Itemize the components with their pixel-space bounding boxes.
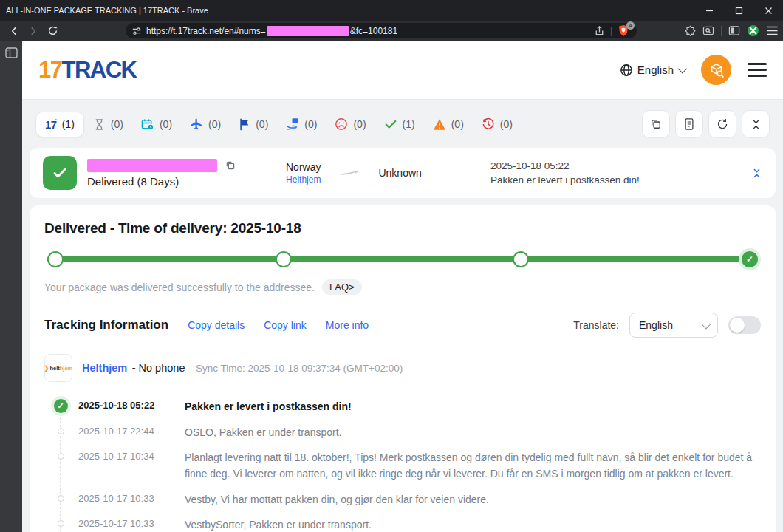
share-icon[interactable] (594, 25, 605, 36)
copy-details-link[interactable]: Copy details (188, 319, 245, 331)
site-menu-icon[interactable] (748, 63, 767, 77)
tab-in-transit[interactable]: (0) (181, 112, 230, 137)
timeline-event: ✓ 2025-10-18 05:22 Pakken er levert i po… (53, 394, 761, 420)
back-button[interactable] (4, 23, 24, 39)
browser-navbar: https://t.17track.net/en#nums=&fc=100181… (0, 21, 783, 41)
tab-delivery-failure[interactable]: (0) (326, 112, 375, 137)
sidebar-toggle-icon[interactable] (728, 25, 740, 36)
export-list-button[interactable] (675, 110, 703, 138)
timeline-event: 2025-10-17 10:34 Planlagt levering natt … (53, 445, 761, 486)
tab-delivered[interactable]: (1) (375, 112, 424, 137)
browser-side-strip (0, 41, 22, 532)
browser-menu-icon[interactable] (766, 25, 779, 36)
close-button[interactable] (753, 0, 783, 21)
collapse-card-icon[interactable] (751, 167, 762, 180)
chevron-down-icon (702, 319, 711, 329)
package-status-card[interactable]: Delivered (8 Days) Norway Helthjem Unkno… (30, 148, 776, 198)
route-arrow-icon (340, 169, 359, 177)
tab-out-for-delivery[interactable]: (0) (277, 112, 326, 137)
origin-carrier-link[interactable]: Helthjem (286, 174, 321, 185)
17-mini-logo: 17 (45, 118, 57, 131)
reload-icon (47, 25, 58, 36)
translate-language-select[interactable]: English (629, 313, 718, 338)
search-box-extension-icon[interactable] (702, 25, 714, 36)
check-icon (384, 117, 397, 131)
timeline-dot-icon (58, 453, 64, 460)
reload-button[interactable] (43, 23, 62, 39)
window-title: ALL-IN-ONE PACKAGE TRACKING | 17TRACK - … (0, 6, 694, 15)
address-bar[interactable]: https://t.17track.net/en#nums=&fc=100181… (126, 23, 637, 38)
delivery-note: Your package was delivered successfully … (44, 282, 315, 293)
tab-alert[interactable]: (0) (424, 112, 473, 137)
package-search-icon (708, 62, 725, 78)
tracking-number-redacted (87, 159, 217, 172)
forward-button[interactable] (24, 23, 43, 39)
check-icon (51, 164, 69, 182)
timeline-event: 2025-10-17 10:33 Vestby, Vi har mottatt … (53, 487, 761, 513)
maximize-icon (735, 7, 743, 15)
copy-tracking-number-icon[interactable] (225, 160, 236, 171)
site-header: 17TRACK English (22, 41, 783, 99)
document-icon (683, 117, 696, 131)
language-selector[interactable]: English (620, 64, 685, 77)
tracking-information-title: Tracking Information (44, 318, 168, 332)
copy-icon (649, 117, 663, 131)
tab-all[interactable]: 17 (1) (35, 112, 84, 137)
hand-package-icon (286, 117, 299, 131)
tab-arrival[interactable]: (0) (230, 112, 277, 137)
carrier-logo-mark: ❯ (44, 365, 49, 372)
toolbar-separator (721, 26, 722, 36)
copy-all-button[interactable] (642, 110, 670, 138)
brave-shield-button[interactable]: 4 (618, 24, 631, 38)
progress-node-delivered: ✓ (742, 251, 758, 267)
last-event-time: 2025-10-18 05:22 (490, 160, 741, 171)
status-filter-tabbar: 17 (1) (0) (0) (0) (22, 99, 783, 148)
sync-time: Sync Time: 2025-10-18 09:37:34 (GMT+02:0… (196, 363, 403, 374)
faq-link[interactable]: FAQ> (322, 279, 362, 295)
track-package-button[interactable] (701, 55, 731, 85)
refresh-button[interactable] (708, 110, 736, 138)
progress-node-info-received (47, 251, 64, 267)
tab-not-found[interactable]: (0) (84, 112, 132, 137)
timeline-event: 2025-10-17 22:44 OSLO, Pakken er under t… (53, 420, 761, 446)
minimize-button[interactable] (694, 0, 724, 21)
delivery-progress-bar: ✓ (47, 248, 758, 270)
carrier-phone: - No phone (132, 362, 185, 374)
carrier-logo[interactable]: ❯helthjem (44, 354, 72, 382)
carrier-name-link[interactable]: Helthjem (82, 362, 127, 374)
translate-label: Translate: (573, 319, 619, 331)
back-icon (9, 26, 19, 36)
tracking-number-redacted-url (267, 26, 349, 36)
extension-icon[interactable] (685, 25, 696, 36)
timeline-event: 2025-10-17 10:33 VestbySorter, Pakken er… (53, 512, 761, 532)
more-info-link[interactable]: More info (326, 319, 369, 331)
calendar-clock-icon (141, 118, 154, 131)
delivered-check-tile (43, 156, 77, 190)
translate-language-value: English (639, 319, 673, 331)
origin-country: Norway (286, 161, 321, 173)
17track-logo[interactable]: 17TRACK (38, 57, 136, 83)
tracking-detail-card: Delivered - Time of delivery: 2025-10-18… (30, 205, 776, 532)
close-icon (765, 7, 773, 15)
timeline-check-icon: ✓ (54, 399, 68, 413)
minimize-icon (705, 7, 714, 15)
history-clock-icon (482, 117, 495, 131)
url-text: https://t.17track.net/en#nums=&fc=100181 (146, 26, 397, 36)
refresh-icon (716, 117, 729, 131)
tab-expired[interactable]: (0) (473, 112, 522, 137)
destination: Unknown (378, 167, 421, 179)
delivery-heading: Delivered - Time of delivery: 2025-10-18 (44, 220, 761, 236)
copy-link-link[interactable]: Copy link (264, 319, 307, 331)
status-line: Delivered (8 Days) (87, 175, 276, 188)
side-panel-icon[interactable] (5, 47, 18, 58)
timeline-dot-icon (58, 520, 64, 527)
sad-face-icon (335, 117, 348, 131)
translate-toggle[interactable] (728, 316, 761, 334)
progress-node-out-for-delivery (513, 251, 529, 267)
green-orb-extension-icon[interactable] (747, 24, 759, 37)
tab-info-received[interactable]: (0) (132, 112, 181, 137)
maximize-button[interactable] (724, 0, 753, 21)
globe-icon (620, 64, 633, 77)
flag-icon (239, 118, 250, 131)
collapse-all-button[interactable] (742, 110, 770, 138)
